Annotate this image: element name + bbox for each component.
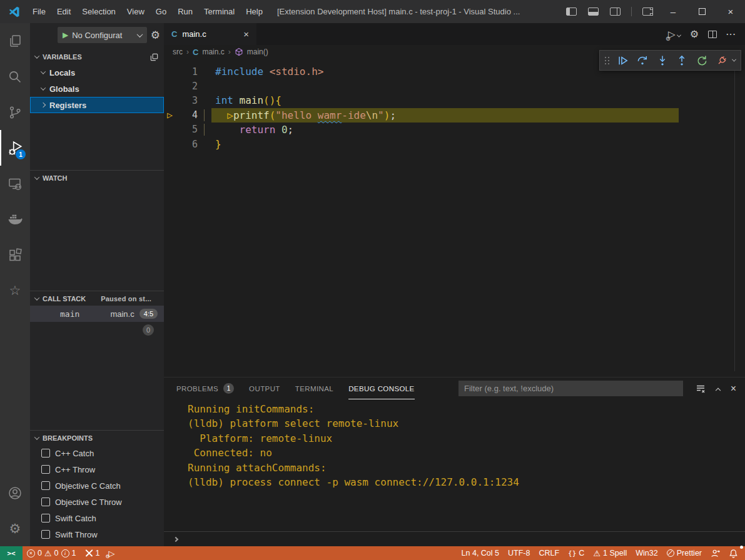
variables-item-label: Registers xyxy=(49,101,86,110)
watch-header[interactable]: WATCH xyxy=(30,170,164,185)
menu-selection[interactable]: Selection xyxy=(76,0,121,23)
minimize-button[interactable]: – xyxy=(659,0,687,23)
toggle-sidebar-icon[interactable] xyxy=(566,8,577,16)
step-out-icon[interactable] xyxy=(674,52,690,69)
accounts-icon[interactable] xyxy=(0,475,30,511)
code-line-3[interactable]: 3int main(){ xyxy=(164,93,745,108)
variables-header[interactable]: VARIABLES xyxy=(30,49,164,64)
spell-checker-status[interactable]: ⚠ 1 Spell xyxy=(589,546,631,560)
editor-scrollbar[interactable] xyxy=(734,59,735,371)
feedback-status[interactable] xyxy=(706,546,724,560)
debug-console-output[interactable]: Running initCommands:(lldb) platform sel… xyxy=(164,399,745,531)
tab-close-icon[interactable]: × xyxy=(243,29,249,39)
error-icon: × xyxy=(27,549,35,558)
breakpoint-checkbox[interactable] xyxy=(41,530,50,539)
debug-config-dropdown[interactable]: ▶ No Configurat xyxy=(58,27,147,43)
menu-edit[interactable]: Edit xyxy=(51,0,76,23)
console-line: Platform: remote-linux xyxy=(188,432,745,447)
close-button[interactable]: × xyxy=(716,0,745,23)
step-into-icon[interactable] xyxy=(655,52,671,69)
problems-status[interactable]: × 0 ⚠ 0 i 1 xyxy=(23,546,81,560)
eol-status[interactable]: CRLF xyxy=(534,546,564,560)
breakpoints-header[interactable]: BREAKPOINTS xyxy=(30,430,164,445)
menu-run[interactable]: Run xyxy=(172,0,198,23)
notifications-status[interactable] xyxy=(724,546,742,560)
breadcrumb-file[interactable]: main.c xyxy=(202,48,224,56)
continue-icon[interactable] xyxy=(616,52,631,69)
disconnect-icon[interactable] xyxy=(714,52,730,69)
breadcrumb-folder[interactable]: src xyxy=(173,48,183,56)
code-line-2[interactable]: 2 xyxy=(164,79,745,93)
breakpoint-row[interactable]: Swift Catch xyxy=(30,510,164,526)
menu-help[interactable]: Help xyxy=(240,0,268,23)
search-icon[interactable] xyxy=(0,59,30,94)
variables-item-locals[interactable]: Locals xyxy=(30,64,164,81)
customize-layout-icon[interactable] xyxy=(642,8,653,16)
chevron-down-icon[interactable] xyxy=(732,58,736,62)
close-panel-icon[interactable]: × xyxy=(731,383,736,394)
maximize-button[interactable] xyxy=(687,0,716,23)
extensions-icon[interactable] xyxy=(0,237,30,272)
encoding-status[interactable]: UTF-8 xyxy=(504,546,534,560)
source-control-icon[interactable] xyxy=(0,94,30,130)
panel-tab-debug-console[interactable]: DEBUG CONSOLE xyxy=(348,378,415,399)
run-or-debug-icon[interactable]: ▷⚙ xyxy=(668,29,681,40)
debug-settings-gear-icon[interactable]: ⚙ xyxy=(151,29,160,42)
stack-session-row[interactable]: 0 xyxy=(30,322,164,338)
debug-console-input[interactable] xyxy=(164,531,745,546)
clear-console-icon[interactable] xyxy=(696,384,706,394)
breakpoint-row[interactable]: Objective C Catch xyxy=(30,478,164,494)
remote-indicator[interactable]: >< xyxy=(0,546,23,560)
breakpoint-row[interactable]: Swift Throw xyxy=(30,526,164,542)
panel-tab-problems[interactable]: PROBLEMS1 xyxy=(176,378,234,399)
breakpoint-row[interactable]: C++ Throw xyxy=(30,461,164,478)
code-line-5[interactable]: 5 return 0; xyxy=(164,122,745,137)
language-status[interactable]: {} C xyxy=(564,546,589,560)
panel-tab-terminal[interactable]: TERMINAL xyxy=(295,378,333,399)
breakpoint-checkbox[interactable] xyxy=(41,449,50,458)
code-line-6[interactable]: 6} xyxy=(164,137,745,151)
editor-settings-gear-icon[interactable]: ⚙ xyxy=(690,28,699,40)
callstack-header[interactable]: CALL STACK Paused on st... xyxy=(30,291,164,306)
explorer-icon[interactable] xyxy=(0,23,30,59)
breakpoint-checkbox[interactable] xyxy=(41,498,50,506)
breakpoint-row[interactable]: Objective C Throw xyxy=(30,494,164,510)
collapse-all-icon[interactable] xyxy=(150,52,159,62)
breakpoint-checkbox[interactable] xyxy=(41,465,50,474)
remote-explorer-icon[interactable] xyxy=(0,166,30,201)
split-editor-icon[interactable] xyxy=(708,31,717,38)
maximize-panel-icon[interactable] xyxy=(715,388,720,392)
step-over-icon[interactable] xyxy=(635,52,651,69)
menu-go[interactable]: Go xyxy=(150,0,172,23)
breadcrumb-symbol[interactable]: main() xyxy=(247,48,268,56)
cursor-position[interactable]: Ln 4, Col 5 xyxy=(457,546,504,560)
settings-gear-icon[interactable]: ⚙ xyxy=(0,511,30,546)
breakpoint-checkbox[interactable] xyxy=(41,481,50,490)
formatter-status[interactable]: Prettier xyxy=(662,546,706,560)
breakpoint-checkbox[interactable] xyxy=(41,514,50,522)
docker-icon[interactable] xyxy=(0,201,30,237)
toggle-secondary-sidebar-icon[interactable] xyxy=(610,8,621,16)
run-debug-icon[interactable]: 1 xyxy=(0,130,30,166)
debug-status[interactable]: ▷⚙ xyxy=(104,546,119,560)
platform-status[interactable]: Win32 xyxy=(631,546,662,560)
panel-tab-output[interactable]: OUTPUT xyxy=(249,378,280,399)
more-actions-icon[interactable]: ··· xyxy=(726,29,736,39)
tab-main-c[interactable]: C main.c × xyxy=(164,23,256,45)
code-line-4[interactable]: ▷4 printf("hello wamr-ide\n"); xyxy=(164,108,745,122)
menu-view[interactable]: View xyxy=(121,0,150,23)
start-debug-icon[interactable]: ▶ xyxy=(63,31,68,39)
variables-item-globals[interactable]: Globals xyxy=(30,81,164,97)
code-editor[interactable]: 1#include <stdio.h>23int main(){▷4 print… xyxy=(164,59,745,377)
menu-terminal[interactable]: Terminal xyxy=(198,0,240,23)
toggle-panel-icon[interactable] xyxy=(588,8,599,16)
console-filter-input[interactable] xyxy=(459,381,683,396)
stack-frame-row[interactable]: main main.c 4:5 xyxy=(30,306,164,322)
ports-status[interactable]: 1 xyxy=(81,546,104,560)
star-icon[interactable]: ☆ xyxy=(0,272,30,308)
variables-item-registers[interactable]: Registers xyxy=(30,97,164,113)
breakpoint-row[interactable]: C++ Catch xyxy=(30,445,164,461)
restart-icon[interactable] xyxy=(694,52,710,69)
toolbar-drag-handle[interactable] xyxy=(605,57,610,64)
menu-file[interactable]: File xyxy=(27,0,51,23)
